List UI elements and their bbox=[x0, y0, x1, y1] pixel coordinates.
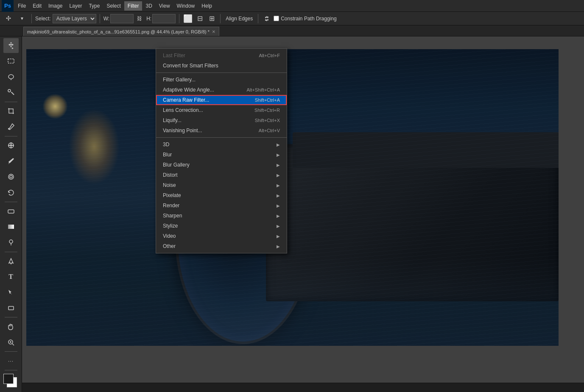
submenu-sharpen[interactable]: Sharpen ▶ bbox=[156, 211, 287, 221]
type-tool[interactable]: T bbox=[3, 269, 19, 284]
color-swatch-wrap bbox=[3, 374, 19, 389]
arrow-other: ▶ bbox=[277, 244, 280, 249]
svg-rect-0 bbox=[8, 59, 14, 63]
arrow-3d: ▶ bbox=[277, 142, 280, 147]
submenu-other[interactable]: Other ▶ bbox=[156, 241, 287, 251]
settings-icon[interactable] bbox=[262, 14, 272, 24]
submenu-video[interactable]: Video ▶ bbox=[156, 231, 287, 241]
tabbar: majkinio69_ultrarealistic_photo_of_a_ca.… bbox=[0, 25, 584, 36]
filter-gallery-item[interactable]: Filter Gallery... bbox=[156, 75, 287, 85]
arrow-blur-gallery: ▶ bbox=[277, 163, 280, 167]
svg-point-1 bbox=[8, 75, 14, 79]
menu-sep-2 bbox=[156, 137, 287, 138]
menu-3d[interactable]: 3D bbox=[142, 1, 155, 11]
tool-sep-3 bbox=[5, 202, 17, 202]
submenu-stylize[interactable]: Stylize ▶ bbox=[156, 221, 287, 231]
camera-raw-item[interactable]: Camera Raw Filter... Shift+Ctrl+A bbox=[156, 95, 287, 105]
lens-correction-shortcut: Shift+Ctrl+R bbox=[254, 108, 280, 113]
h-label: H: bbox=[146, 16, 151, 22]
heal-tool[interactable] bbox=[3, 138, 19, 153]
menu-edit[interactable]: Edit bbox=[29, 1, 45, 11]
convert-smart-label: Convert for Smart Filters bbox=[163, 63, 218, 69]
crop-tool[interactable] bbox=[3, 104, 19, 119]
path-select-tool[interactable] bbox=[3, 285, 19, 300]
arrow-btn[interactable]: ▼ bbox=[16, 13, 28, 25]
foreground-color-swatch[interactable] bbox=[3, 374, 14, 384]
menu-select[interactable]: Select bbox=[103, 1, 124, 11]
history-brush-tool[interactable] bbox=[3, 185, 19, 200]
adaptive-wide-angle-item[interactable]: Adaptive Wide Angle... Alt+Shift+Ctrl+A bbox=[156, 85, 287, 95]
canvas-area: Last Filter Alt+Ctrl+F Convert for Smart… bbox=[22, 36, 584, 392]
submenu-pixelate[interactable]: Pixelate ▶ bbox=[156, 190, 287, 200]
menu-sep-1 bbox=[156, 72, 287, 73]
convert-smart-item[interactable]: Convert for Smart Filters bbox=[156, 61, 287, 71]
submenu-pixelate-label: Pixelate bbox=[163, 192, 181, 198]
submenu-noise-label: Noise bbox=[163, 182, 176, 188]
height-input[interactable] bbox=[152, 14, 176, 23]
main-area: ▸ bbox=[0, 36, 584, 392]
distribute-icon[interactable]: ⊞ bbox=[207, 14, 217, 24]
link-icon[interactable]: ⛓ bbox=[134, 14, 145, 24]
clone-tool[interactable] bbox=[3, 170, 19, 184]
svg-rect-10 bbox=[8, 225, 14, 229]
chevron-small: ▸ bbox=[12, 46, 18, 52]
active-layers-select[interactable]: Active Layers bbox=[53, 14, 96, 23]
menu-type[interactable]: Type bbox=[85, 1, 103, 11]
separator-1 bbox=[31, 14, 32, 23]
submenu-distort-label: Distort bbox=[163, 172, 178, 178]
submenu-render-label: Render bbox=[163, 203, 179, 209]
submenu-blur[interactable]: Blur ▶ bbox=[156, 150, 287, 160]
dropdown-overlay[interactable]: Last Filter Alt+Ctrl+F Convert for Smart… bbox=[22, 36, 584, 392]
select-label: Select: bbox=[35, 16, 51, 22]
svg-point-5 bbox=[8, 128, 10, 130]
liquify-shortcut: Shift+Ctrl+X bbox=[255, 118, 280, 123]
marquee-tool[interactable] bbox=[3, 54, 19, 69]
gradient-tool[interactable] bbox=[3, 220, 19, 234]
submenu-render[interactable]: Render ▶ bbox=[156, 200, 287, 211]
eyedropper-tool[interactable] bbox=[3, 120, 19, 134]
transform-icon[interactable]: ⬜ bbox=[183, 14, 193, 24]
zoom-tool[interactable] bbox=[3, 335, 19, 350]
menu-view[interactable]: View bbox=[156, 1, 173, 11]
arrow-sharpen: ▶ bbox=[277, 214, 280, 218]
liquify-item[interactable]: Liquify... Shift+Ctrl+X bbox=[156, 115, 287, 125]
magic-wand-tool[interactable] bbox=[3, 85, 19, 100]
hand-tool[interactable] bbox=[3, 319, 19, 334]
menu-window[interactable]: Window bbox=[173, 1, 198, 11]
document-tab[interactable]: majkinio69_ultrarealistic_photo_of_a_ca.… bbox=[23, 27, 219, 36]
shape-tool[interactable] bbox=[3, 300, 19, 315]
adaptive-wide-angle-shortcut: Alt+Shift+Ctrl+A bbox=[246, 87, 280, 92]
pen-tool[interactable] bbox=[3, 253, 19, 268]
submenu-noise[interactable]: Noise ▶ bbox=[156, 180, 287, 190]
submenu-video-label: Video bbox=[163, 233, 176, 239]
app-logo: Ps bbox=[2, 0, 14, 12]
constrain-path-checkbox[interactable] bbox=[274, 16, 279, 21]
lens-correction-item[interactable]: Lens Correction... Shift+Ctrl+R bbox=[156, 105, 287, 115]
menu-filter[interactable]: Filter bbox=[124, 1, 143, 11]
menu-file[interactable]: File bbox=[14, 1, 29, 11]
svg-point-11 bbox=[9, 240, 13, 243]
menu-layer[interactable]: Layer bbox=[66, 1, 85, 11]
menu-image[interactable]: Image bbox=[45, 1, 66, 11]
move-tool-btn[interactable] bbox=[3, 13, 14, 25]
menu-help[interactable]: Help bbox=[198, 1, 215, 11]
svg-point-4 bbox=[8, 89, 11, 92]
vanishing-point-item[interactable]: Vanishing Point... Alt+Ctrl+V bbox=[156, 125, 287, 136]
dodge-tool[interactable] bbox=[3, 235, 19, 250]
move-tool[interactable]: ▸ bbox=[3, 38, 19, 53]
arrow-blur: ▶ bbox=[277, 153, 280, 157]
align-icon[interactable]: ⊟ bbox=[195, 14, 205, 24]
svg-point-8 bbox=[10, 175, 12, 178]
lasso-tool[interactable] bbox=[3, 70, 19, 84]
more-tools-btn[interactable]: ··· bbox=[3, 353, 19, 368]
last-filter-item[interactable]: Last Filter Alt+Ctrl+F bbox=[156, 50, 287, 61]
separator-5 bbox=[258, 14, 258, 23]
width-input[interactable] bbox=[110, 14, 134, 23]
brush-tool[interactable] bbox=[3, 154, 19, 169]
eraser-tool[interactable] bbox=[3, 204, 19, 219]
submenu-3d[interactable]: 3D ▶ bbox=[156, 139, 287, 150]
submenu-blur-gallery[interactable]: Blur Gallery ▶ bbox=[156, 160, 287, 170]
last-filter-shortcut: Alt+Ctrl+F bbox=[259, 53, 280, 58]
tab-close-btn[interactable]: × bbox=[212, 29, 215, 34]
submenu-distort[interactable]: Distort ▶ bbox=[156, 170, 287, 180]
